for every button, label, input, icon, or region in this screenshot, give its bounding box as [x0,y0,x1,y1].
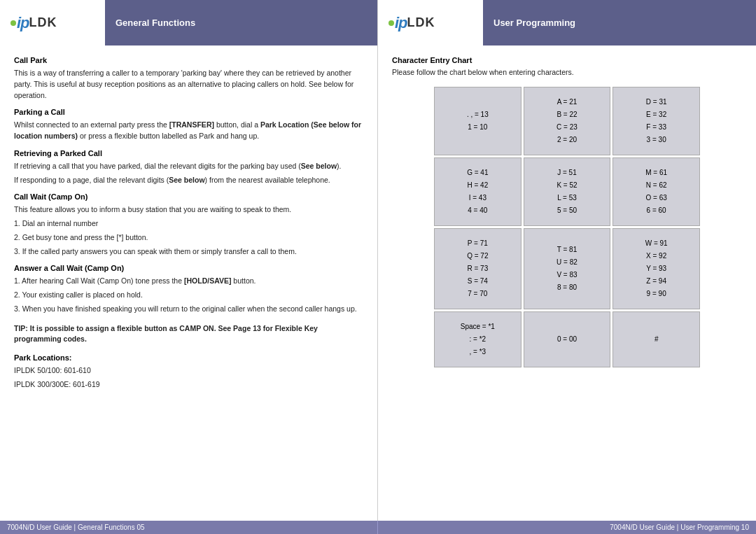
cell4-line3: I = 43 [469,194,486,202]
cell6-line2: N = 62 [646,181,667,189]
right-ip-text: ip [395,14,407,32]
right-logo-dot [388,20,394,26]
call-wait-title: Call Wait (Camp On) [14,192,363,201]
footer: 7004N/D User Guide | General Functions 0… [0,521,756,534]
answer-call-wait-text3: 3. When you have finished speaking you w… [14,304,363,315]
cell7-line1: P = 71 [468,239,488,247]
call-wait-text2: 1. Dial an internal number [14,218,363,230]
chart-cell-5: J = 51 K = 52 L = 53 5 = 50 [524,157,611,226]
cell7-line4: S = 74 [468,277,488,285]
parking-a-call-text: Whilst connected to an external party pr… [14,120,363,142]
chart-cell-10: Space = *1 : = *2 , = *3 [434,311,522,367]
retrieving-parked-call-title: Retrieving a Parked Call [14,149,363,157]
park-locations-ipldk300: IPLDK 300/300E: 601-619 [14,379,363,391]
left-logo-dot [10,20,16,26]
footer-right: 7004N/D User Guide | User Programming 10 [378,521,756,534]
left-header-title: General Functions [115,17,195,28]
cell8-line2: U = 82 [556,258,578,266]
chart-cell-2: A = 21 B = 22 C = 23 2 = 20 [524,87,611,155]
right-header-wrapper: ip LDK User Programming [378,0,756,45]
chart-cell-3-content: D = 31 E = 32 F = 33 3 = 30 [646,96,667,146]
chart-cell-4: G = 41 H = 42 I = 43 4 = 40 [434,157,522,226]
chart-cell-4-content: G = 41 H = 42 I = 43 4 = 40 [467,167,488,217]
cell7-line3: R = 73 [467,265,488,272]
main-content: ip LDK General Functions Call Park This … [0,0,756,521]
see-below-bold2: See below [169,176,204,184]
park-locations-ipldk50: IPLDK 50/100: 601-610 [14,365,363,377]
call-wait-text4: 3. If the called party answers you can s… [14,246,363,258]
cell5-line4: 5 = 50 [557,206,577,214]
chart-cell-3: D = 31 E = 32 F = 33 3 = 30 [612,87,700,155]
section-tip: TIP: It is possible to assign a flexible… [14,323,363,346]
right-logo: ip LDK [388,14,435,32]
cell9-line2: X = 92 [646,252,666,260]
section-park-locations: Park Locations: IPLDK 50/100: 601-610 IP… [14,353,363,391]
left-panel-body: Call Park This is a way of transferring … [0,45,377,521]
cell6-line1: M = 61 [645,169,667,176]
call-wait-text1: This feature allows you to inform a busy… [14,204,363,216]
transfer-btn-label: [TRANSFER] [169,120,214,129]
chart-cell-8-content: T = 81 U = 82 V = 83 8 = 80 [556,244,578,294]
chart-cell-5-content: J = 51 K = 52 L = 53 5 = 50 [556,167,577,217]
left-header-wrapper: ip LDK General Functions [0,0,377,45]
left-ldk-text: LDK [29,15,57,30]
cell9-line5: 9 = 90 [647,290,666,297]
tip-text: TIP: It is possible to assign a flexible… [14,323,363,346]
cell8-line4: 8 = 80 [557,283,577,291]
cell1-line2: 1 = 10 [468,123,487,131]
park-locations-title: Park Locations: [14,353,363,362]
cell9-line4: Z = 94 [646,277,666,285]
chart-cell-7-content: P = 71 Q = 72 R = 73 S = 74 7 = 70 [467,237,488,300]
right-panel-body: Character Entry Chart Please follow the … [378,45,756,521]
cell3-line3: F = 33 [646,123,666,131]
footer-left: 7004N/D User Guide | General Functions 0… [0,521,378,534]
chart-section: Character Entry Chart Please follow the … [392,56,742,367]
section-answer-call-wait: Answer a Call Wait (Camp On) 1. After he… [14,264,363,314]
cell11-line1: 0 = 00 [557,335,577,343]
answer-call-wait-text1: 1. After hearing Call Wait (Camp On) ton… [14,276,363,287]
chart-subtitle: Please follow the chart below when enter… [392,68,742,76]
cell7-line5: 7 = 70 [468,290,487,297]
cell7-line2: Q = 72 [467,252,488,260]
holdsave-btn-label: [HOLD/SAVE] [184,276,231,285]
cell2-line1: A = 21 [557,98,578,106]
section-retrieving-parked-call: Retrieving a Parked Call If retrieving a… [14,149,363,186]
right-header-bar: User Programming [483,0,756,45]
character-entry-chart: . , = 13 1 = 10 A = 21 B = 22 C = 23 2 =… [434,87,700,367]
cell2-line4: 2 = 20 [557,136,577,143]
cell4-line4: 4 = 40 [468,206,487,214]
chart-cell-12: # [612,311,700,367]
cell3-line4: 3 = 30 [647,136,666,143]
section-call-wait: Call Wait (Camp On) This feature allows … [14,192,363,257]
cell4-line1: G = 41 [467,169,488,176]
call-park-text: This is a way of transferring a caller t… [14,68,363,101]
chart-cell-6: M = 61 N = 62 O = 63 6 = 60 [612,157,700,226]
cell6-line3: O = 63 [645,194,666,202]
cell2-line3: C = 23 [556,123,578,131]
answer-call-wait-text2: 2. Your existing caller is placed on hol… [14,290,363,301]
cell8-line1: T = 81 [557,246,577,253]
section-parking-a-call: Parking a Call Whilst connected to an ex… [14,108,363,142]
cell10-line3: , = *3 [470,348,486,356]
left-panel: ip LDK General Functions Call Park This … [0,0,378,521]
cell9-line3: Y = 93 [646,265,666,272]
retrieving-parked-call-text2: If responding to a page, dial the releva… [14,175,363,186]
cell5-line3: L = 53 [557,194,577,202]
cell3-line1: D = 31 [646,98,667,106]
cell12-line1: # [654,335,659,343]
chart-cell-2-content: A = 21 B = 22 C = 23 2 = 20 [556,96,578,146]
cell5-line1: J = 51 [557,169,577,176]
section-call-park: Call Park This is a way of transferring … [14,56,363,101]
cell10-line2: : = *2 [470,335,486,343]
right-header-title: User Programming [493,17,575,28]
retrieving-parked-call-text1: If retrieving a call that you have parke… [14,161,363,172]
call-park-title: Call Park [14,56,363,64]
right-panel: ip LDK User Programming Character Entry … [378,0,756,521]
cell3-line2: E = 32 [646,111,666,118]
chart-cell-8: T = 81 U = 82 V = 83 8 = 80 [524,228,611,309]
chart-cell-7: P = 71 Q = 72 R = 73 S = 74 7 = 70 [434,228,522,309]
chart-cell-1-content: . , = 13 1 = 10 [467,108,489,134]
cell10-line1: Space = *1 [461,323,495,330]
right-logo-section: ip LDK [378,0,483,45]
chart-cell-6-content: M = 61 N = 62 O = 63 6 = 60 [645,167,667,217]
